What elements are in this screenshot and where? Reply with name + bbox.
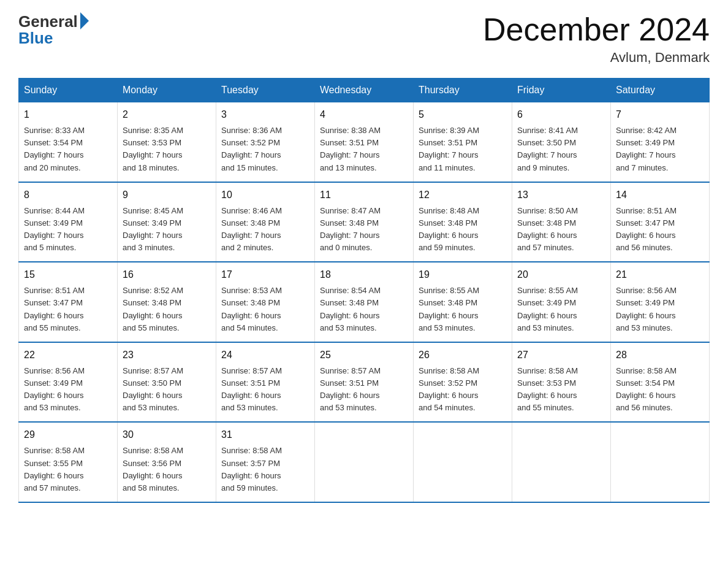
page-header: General Blue December 2024 Avlum, Denmar…	[18, 12, 710, 66]
day-number: 8	[24, 188, 112, 202]
calendar-cell: 27Sunrise: 8:58 AMSunset: 3:53 PMDayligh…	[512, 342, 611, 423]
calendar-cell: 23Sunrise: 8:57 AMSunset: 3:50 PMDayligh…	[118, 342, 216, 423]
day-info: Sunrise: 8:57 AMSunset: 3:51 PMDaylight:…	[221, 365, 309, 415]
day-info: Sunrise: 8:46 AMSunset: 3:48 PMDaylight:…	[221, 205, 309, 255]
calendar-cell: 26Sunrise: 8:58 AMSunset: 3:52 PMDayligh…	[414, 342, 512, 423]
day-number: 17	[221, 267, 309, 282]
calendar-cell: 24Sunrise: 8:57 AMSunset: 3:51 PMDayligh…	[216, 342, 315, 423]
calendar-cell: 29Sunrise: 8:58 AMSunset: 3:55 PMDayligh…	[19, 422, 118, 502]
day-info: Sunrise: 8:38 AMSunset: 3:51 PMDaylight:…	[320, 124, 408, 174]
title-section: December 2024 Avlum, Denmark	[483, 12, 710, 66]
calendar-cell: 22Sunrise: 8:56 AMSunset: 3:49 PMDayligh…	[19, 342, 118, 423]
day-number: 2	[123, 107, 211, 122]
calendar-cell	[315, 422, 414, 502]
calendar-cell: 20Sunrise: 8:55 AMSunset: 3:49 PMDayligh…	[512, 262, 611, 342]
calendar-cell: 8Sunrise: 8:44 AMSunset: 3:49 PMDaylight…	[19, 182, 118, 262]
day-info: Sunrise: 8:42 AMSunset: 3:49 PMDaylight:…	[616, 124, 704, 174]
day-number: 12	[419, 188, 507, 202]
day-info: Sunrise: 8:58 AMSunset: 3:55 PMDaylight:…	[24, 445, 112, 494]
day-number: 1	[24, 107, 112, 122]
day-info: Sunrise: 8:55 AMSunset: 3:48 PMDaylight:…	[419, 285, 507, 334]
logo-arrow-icon	[80, 12, 89, 29]
weekday-header: Friday	[512, 79, 611, 102]
calendar-week-row: 29Sunrise: 8:58 AMSunset: 3:55 PMDayligh…	[19, 422, 710, 502]
weekday-header: Monday	[118, 79, 216, 102]
day-number: 5	[419, 107, 507, 122]
day-info: Sunrise: 8:58 AMSunset: 3:53 PMDaylight:…	[517, 365, 605, 415]
weekday-header: Saturday	[611, 79, 710, 102]
day-info: Sunrise: 8:54 AMSunset: 3:48 PMDaylight:…	[320, 285, 408, 334]
day-number: 27	[517, 348, 605, 362]
calendar-cell	[611, 422, 710, 502]
calendar-cell: 16Sunrise: 8:52 AMSunset: 3:48 PMDayligh…	[118, 262, 216, 342]
calendar-cell: 6Sunrise: 8:41 AMSunset: 3:50 PMDaylight…	[512, 102, 611, 182]
calendar-cell: 12Sunrise: 8:48 AMSunset: 3:48 PMDayligh…	[414, 182, 512, 262]
calendar-cell: 19Sunrise: 8:55 AMSunset: 3:48 PMDayligh…	[414, 262, 512, 342]
calendar-cell: 11Sunrise: 8:47 AMSunset: 3:48 PMDayligh…	[315, 182, 414, 262]
day-info: Sunrise: 8:53 AMSunset: 3:48 PMDaylight:…	[221, 285, 309, 334]
calendar-cell: 13Sunrise: 8:50 AMSunset: 3:48 PMDayligh…	[512, 182, 611, 262]
calendar-cell: 25Sunrise: 8:57 AMSunset: 3:51 PMDayligh…	[315, 342, 414, 423]
day-number: 15	[24, 267, 112, 282]
logo: General Blue	[18, 12, 89, 48]
day-number: 13	[517, 188, 605, 202]
day-info: Sunrise: 8:47 AMSunset: 3:48 PMDaylight:…	[320, 205, 408, 255]
day-info: Sunrise: 8:56 AMSunset: 3:49 PMDaylight:…	[24, 365, 112, 415]
day-number: 18	[320, 267, 408, 282]
day-info: Sunrise: 8:36 AMSunset: 3:52 PMDaylight:…	[221, 124, 309, 174]
day-number: 22	[24, 348, 112, 362]
calendar-week-row: 15Sunrise: 8:51 AMSunset: 3:47 PMDayligh…	[19, 262, 710, 342]
calendar-cell: 3Sunrise: 8:36 AMSunset: 3:52 PMDaylight…	[216, 102, 315, 182]
day-info: Sunrise: 8:58 AMSunset: 3:57 PMDaylight:…	[221, 445, 309, 494]
day-info: Sunrise: 8:39 AMSunset: 3:51 PMDaylight:…	[419, 124, 507, 174]
calendar-week-row: 1Sunrise: 8:33 AMSunset: 3:54 PMDaylight…	[19, 102, 710, 182]
day-info: Sunrise: 8:56 AMSunset: 3:49 PMDaylight:…	[616, 285, 704, 334]
day-number: 10	[221, 188, 309, 202]
day-number: 11	[320, 188, 408, 202]
location-label: Avlum, Denmark	[483, 50, 710, 66]
day-number: 21	[616, 267, 704, 282]
day-number: 6	[517, 107, 605, 122]
day-info: Sunrise: 8:44 AMSunset: 3:49 PMDaylight:…	[24, 205, 112, 255]
calendar-cell: 21Sunrise: 8:56 AMSunset: 3:49 PMDayligh…	[611, 262, 710, 342]
day-number: 30	[123, 427, 211, 442]
day-info: Sunrise: 8:33 AMSunset: 3:54 PMDaylight:…	[24, 124, 112, 174]
day-number: 25	[320, 348, 408, 362]
calendar-cell: 10Sunrise: 8:46 AMSunset: 3:48 PMDayligh…	[216, 182, 315, 262]
day-number: 19	[419, 267, 507, 282]
day-info: Sunrise: 8:55 AMSunset: 3:49 PMDaylight:…	[517, 285, 605, 334]
calendar-cell: 31Sunrise: 8:58 AMSunset: 3:57 PMDayligh…	[216, 422, 315, 502]
day-info: Sunrise: 8:50 AMSunset: 3:48 PMDaylight:…	[517, 205, 605, 255]
day-info: Sunrise: 8:58 AMSunset: 3:52 PMDaylight:…	[419, 365, 507, 415]
day-number: 14	[616, 188, 704, 202]
calendar-cell: 5Sunrise: 8:39 AMSunset: 3:51 PMDaylight…	[414, 102, 512, 182]
calendar-cell	[414, 422, 512, 502]
weekday-header: Thursday	[414, 79, 512, 102]
day-number: 23	[123, 348, 211, 362]
calendar-cell: 30Sunrise: 8:58 AMSunset: 3:56 PMDayligh…	[118, 422, 216, 502]
calendar-cell: 1Sunrise: 8:33 AMSunset: 3:54 PMDaylight…	[19, 102, 118, 182]
day-number: 16	[123, 267, 211, 282]
calendar-header-row: SundayMondayTuesdayWednesdayThursdayFrid…	[19, 79, 710, 102]
calendar-cell: 9Sunrise: 8:45 AMSunset: 3:49 PMDaylight…	[118, 182, 216, 262]
day-number: 20	[517, 267, 605, 282]
day-number: 9	[123, 188, 211, 202]
day-info: Sunrise: 8:51 AMSunset: 3:47 PMDaylight:…	[616, 205, 704, 255]
day-info: Sunrise: 8:57 AMSunset: 3:51 PMDaylight:…	[320, 365, 408, 415]
day-number: 7	[616, 107, 704, 122]
calendar-cell	[512, 422, 611, 502]
day-number: 26	[419, 348, 507, 362]
calendar-cell: 14Sunrise: 8:51 AMSunset: 3:47 PMDayligh…	[611, 182, 710, 262]
calendar-cell: 28Sunrise: 8:58 AMSunset: 3:54 PMDayligh…	[611, 342, 710, 423]
day-info: Sunrise: 8:48 AMSunset: 3:48 PMDaylight:…	[419, 205, 507, 255]
day-number: 31	[221, 427, 309, 442]
calendar-table: SundayMondayTuesdayWednesdayThursdayFrid…	[18, 78, 710, 503]
calendar-cell: 4Sunrise: 8:38 AMSunset: 3:51 PMDaylight…	[315, 102, 414, 182]
day-info: Sunrise: 8:57 AMSunset: 3:50 PMDaylight:…	[123, 365, 211, 415]
calendar-week-row: 22Sunrise: 8:56 AMSunset: 3:49 PMDayligh…	[19, 342, 710, 423]
day-info: Sunrise: 8:52 AMSunset: 3:48 PMDaylight:…	[123, 285, 211, 334]
day-info: Sunrise: 8:58 AMSunset: 3:54 PMDaylight:…	[616, 365, 704, 415]
day-number: 4	[320, 107, 408, 122]
month-title: December 2024	[483, 12, 710, 47]
calendar-cell: 7Sunrise: 8:42 AMSunset: 3:49 PMDaylight…	[611, 102, 710, 182]
